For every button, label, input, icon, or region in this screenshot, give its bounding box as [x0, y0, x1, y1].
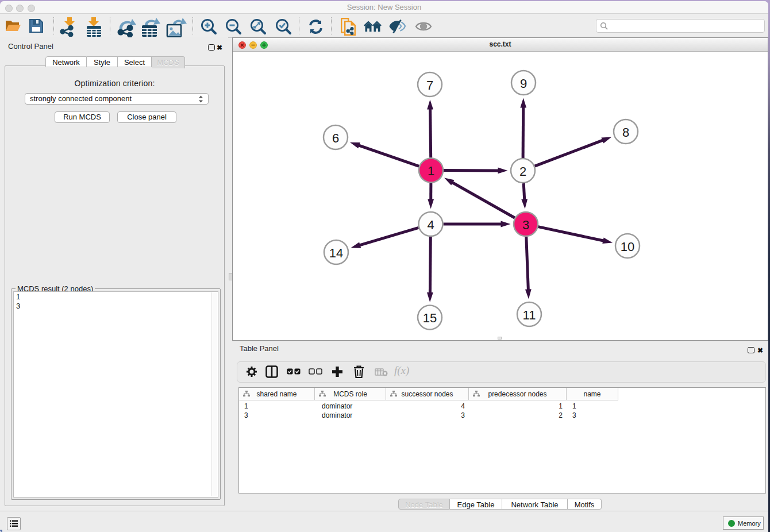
- svg-text:2: 2: [519, 164, 526, 179]
- svg-text:3: 3: [522, 218, 529, 232]
- svg-text:11: 11: [523, 308, 536, 322]
- svg-text:1: 1: [428, 164, 434, 178]
- svg-text:7: 7: [426, 78, 433, 92]
- svg-text:4: 4: [427, 218, 434, 232]
- svg-text:10: 10: [621, 240, 634, 254]
- svg-text:6: 6: [332, 131, 339, 145]
- svg-text:15: 15: [423, 311, 437, 325]
- svg-text:14: 14: [329, 246, 343, 260]
- svg-text:8: 8: [622, 125, 629, 140]
- svg-text:9: 9: [520, 76, 527, 91]
